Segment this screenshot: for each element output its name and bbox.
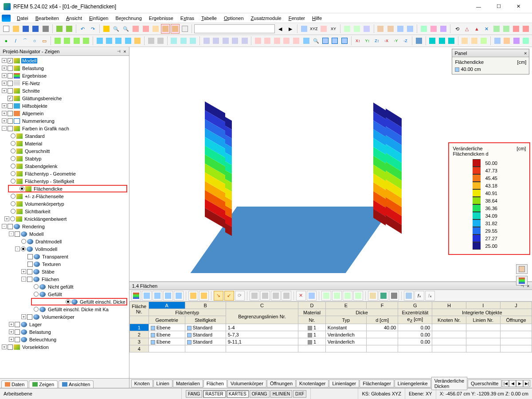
tt-10[interactable]: ⟳ <box>235 291 245 301</box>
tb-r14[interactable] <box>439 24 448 34</box>
tree-item-allgemein[interactable]: Allgemein <box>21 111 44 116</box>
tb-nav-next[interactable]: ▶ <box>286 24 295 34</box>
tree-item-querschnitt[interactable]: Querschnitt <box>24 149 51 154</box>
nav-tab-daten[interactable]: Daten <box>1 380 28 388</box>
tb2-k[interactable] <box>105 36 113 46</box>
col-linien[interactable]: Linien Nr. <box>466 316 500 324</box>
tb-open[interactable] <box>12 24 20 34</box>
table-tab-flächen[interactable]: Flächen <box>203 379 227 387</box>
tree-item-rendering[interactable]: Rendering <box>21 224 46 229</box>
tree-item-glaettung[interactable]: Glättungsbereiche <box>21 96 63 101</box>
tb-r18[interactable]: ✕ <box>482 24 491 34</box>
tab-nav-next[interactable]: ▶ <box>516 380 523 387</box>
tree-item-gefuellt[interactable]: Gefüllt <box>47 292 63 297</box>
col-geometrie[interactable]: Geometrie <box>149 316 185 324</box>
tree-item-farben[interactable]: Farben in Grafik nach <box>21 126 70 131</box>
status-toggle-fang[interactable]: FANG <box>186 390 202 398</box>
tb2-view1[interactable] <box>302 36 310 46</box>
tb-r13[interactable] <box>429 24 438 34</box>
data-grid[interactable]: FlächeNr. A B C D E F G H I J Flächentyp <box>129 301 532 378</box>
tab-nav-last[interactable]: ▶| <box>523 380 530 387</box>
tb-zoom[interactable]: 🔍 <box>112 24 121 34</box>
navigator-close-icon[interactable]: × <box>123 49 126 54</box>
tt-15[interactable]: ✕ <box>296 291 306 301</box>
tb2-q[interactable] <box>170 36 178 46</box>
tb2-ax6[interactable]: -Z <box>401 36 410 46</box>
tree-item-staebe[interactable]: Stäbe <box>41 269 55 274</box>
tree-item-beleuchtung[interactable]: Beleuchtung <box>28 337 57 342</box>
tb-zoom2[interactable]: 🔍 <box>121 24 130 34</box>
tb-undo[interactable]: ↶ <box>78 24 87 34</box>
tb-r10[interactable] <box>396 24 405 34</box>
tb-r20[interactable] <box>502 24 511 34</box>
maximize-button[interactable]: ☐ <box>489 0 509 13</box>
tb-c6[interactable] <box>180 24 189 34</box>
colgroup-dicke[interactable]: Dicke <box>325 309 398 316</box>
tb-r7[interactable] <box>362 24 371 34</box>
tb-save2[interactable] <box>31 24 40 34</box>
tb2-u[interactable] <box>211 36 220 46</box>
tree-item-r-modell[interactable]: Modell <box>28 231 44 237</box>
navigator-pin-icon[interactable]: ⊣ <box>117 49 121 54</box>
tt-5[interactable] <box>174 291 184 301</box>
table-tab-flächenlager[interactable]: Flächenlager <box>360 379 394 387</box>
tree-item-standard[interactable]: Standard <box>24 133 46 139</box>
tb2-view5[interactable] <box>340 36 348 46</box>
tb2-e3[interactable] <box>480 36 488 46</box>
status-toggle-dxf[interactable]: DXF <box>293 390 306 398</box>
menu-ansicht[interactable]: Ansicht <box>63 15 86 22</box>
menu-tabelle[interactable]: Tabelle <box>198 15 220 22</box>
tb2-ax3[interactable]: Z↕ <box>372 36 381 46</box>
tb2-e2[interactable] <box>470 36 478 46</box>
tt-fx[interactable]: fₓ <box>415 291 424 301</box>
tree-item-gefuellt-dicke[interactable]: Gefüllt einschl. Dicke <box>79 299 126 305</box>
tt-12[interactable] <box>260 291 270 301</box>
menu-ergebnisse[interactable]: Ergebnisse <box>145 15 177 22</box>
panel-button-1[interactable] <box>516 264 528 274</box>
tree-item-flaechen[interactable]: Flächen <box>41 277 60 282</box>
tt-17[interactable] <box>321 291 331 301</box>
tt-16[interactable] <box>307 291 317 301</box>
tb2-l[interactable] <box>114 36 123 46</box>
tb2-f4[interactable] <box>521 36 530 46</box>
tb2-e[interactable]: ▭ <box>40 36 48 46</box>
tb-r1[interactable] <box>300 24 309 34</box>
tb2-x[interactable] <box>240 36 249 46</box>
tb2-v[interactable] <box>221 36 230 46</box>
col-letter-g[interactable]: G <box>398 302 432 309</box>
tt-2[interactable] <box>142 291 152 301</box>
tb2-s[interactable] <box>189 36 197 46</box>
tb-select[interactable] <box>102 24 111 34</box>
tb-r6[interactable] <box>352 24 361 34</box>
tree-item-l-belastung[interactable]: Belastung <box>28 329 52 335</box>
tt-3[interactable] <box>153 291 162 301</box>
tb2-ac[interactable] <box>292 36 300 46</box>
tb2-r[interactable] <box>179 36 188 46</box>
tb2-m2[interactable] <box>438 36 446 46</box>
tb2-n[interactable] <box>133 36 142 46</box>
tt-8[interactable]: ↘ <box>214 291 223 301</box>
tb-save[interactable] <box>21 24 30 34</box>
menu-extras[interactable]: Extras <box>177 15 198 22</box>
tb-c5[interactable] <box>171 24 180 34</box>
tree-item-volumenkoerper[interactable]: Volumenkörper <box>41 314 75 320</box>
tt-7[interactable] <box>199 291 209 301</box>
table-tab-knotenlager[interactable]: Knotenlager <box>296 379 329 387</box>
tb2-d[interactable]: ○ <box>30 36 39 46</box>
minimize-button[interactable]: — <box>469 0 489 13</box>
tb-r9[interactable] <box>386 24 395 34</box>
tb2-m1[interactable] <box>428 36 436 46</box>
nav-tab-zeigen[interactable]: Zeigen <box>29 380 58 388</box>
tree-item-texturen[interactable]: Texturen <box>41 262 62 267</box>
table-row[interactable]: 3 Ebene Standard 9-11,1 1 Veränderlich 0… <box>129 338 532 345</box>
tb2-view3[interactable] <box>321 36 329 46</box>
col-letter-d[interactable]: D <box>298 302 325 309</box>
col-letter-c[interactable]: C <box>226 302 298 309</box>
tt-11[interactable] <box>250 291 259 301</box>
status-toggle-raster[interactable]: RASTER <box>203 390 226 398</box>
tree-item-pmz[interactable]: +/- z-Flächenseite <box>24 194 65 199</box>
col-typ[interactable]: Typ <box>325 316 366 324</box>
tb-c3[interactable] <box>151 24 160 34</box>
col-letter-i[interactable]: I <box>466 302 500 309</box>
tb-nav-prev[interactable]: ◀ <box>276 24 285 34</box>
